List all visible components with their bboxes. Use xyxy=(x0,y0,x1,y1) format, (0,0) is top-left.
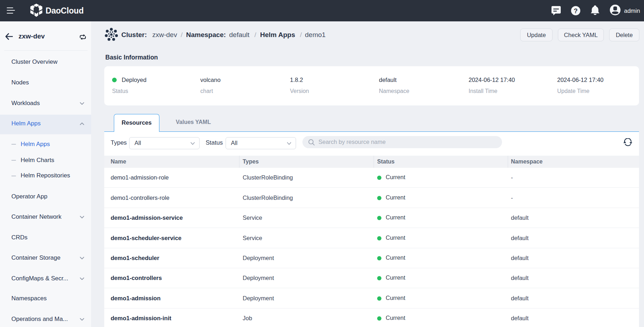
svg-text:?: ? xyxy=(574,7,578,15)
